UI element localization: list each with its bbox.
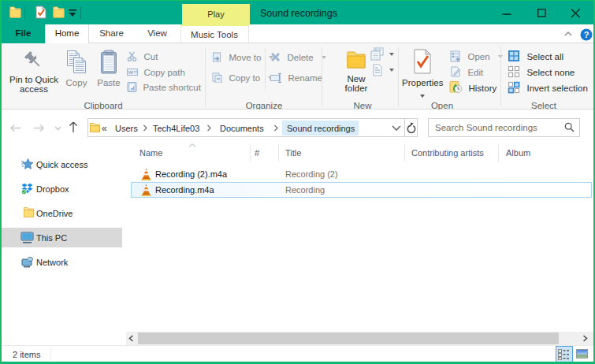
svg-text:?: ? [584,30,589,39]
